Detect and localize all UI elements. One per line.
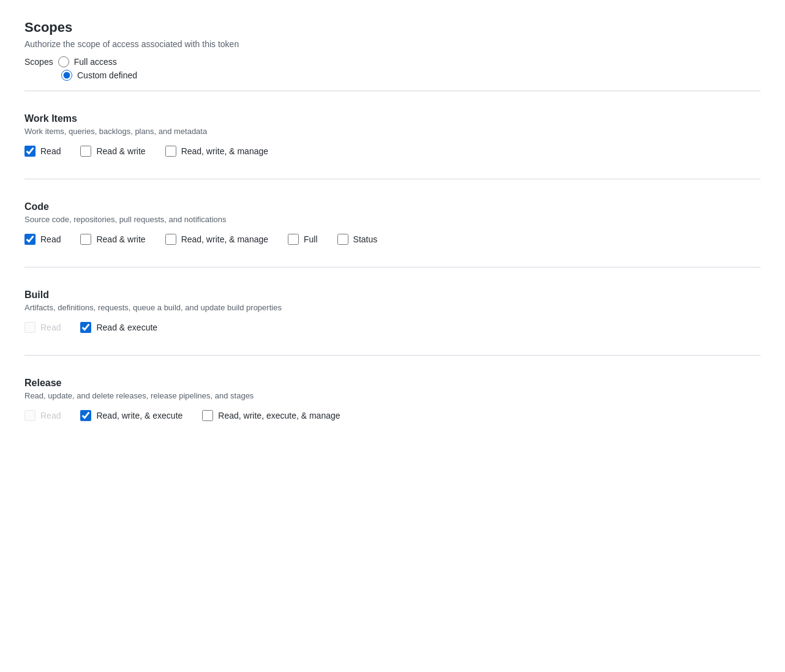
checkbox-option-code-read-write-manage[interactable]: Read, write, & manage xyxy=(165,234,268,245)
checkbox-code-status[interactable] xyxy=(337,234,348,245)
section-release: ReleaseRead, update, and delete releases… xyxy=(24,365,761,433)
checkbox-wi-read-write-manage[interactable] xyxy=(165,146,176,157)
checkbox-option-release-read-write-execute[interactable]: Read, write, & execute xyxy=(80,410,182,421)
divider-work-items xyxy=(24,179,761,179)
page-title: Scopes xyxy=(24,20,761,35)
checkbox-build-read xyxy=(24,322,36,333)
checkboxes-row-code: ReadRead & writeRead, write, & manageFul… xyxy=(24,234,761,245)
scopes-label: Scopes xyxy=(24,57,53,67)
full-access-option[interactable]: Full access xyxy=(58,56,117,67)
checkbox-label-release-read: Read xyxy=(40,411,61,420)
checkbox-option-code-read[interactable]: Read xyxy=(24,234,61,245)
checkbox-release-read-write-execute[interactable] xyxy=(80,410,91,421)
page-subtitle: Authorize the scope of access associated… xyxy=(24,39,761,49)
checkbox-code-read-write[interactable] xyxy=(80,234,91,245)
checkbox-label-release-read-write-execute: Read, write, & execute xyxy=(96,411,182,420)
section-title-code: Code xyxy=(24,201,761,212)
checkbox-label-code-full: Full xyxy=(304,234,318,244)
checkboxes-row-work-items: ReadRead & writeRead, write, & manage xyxy=(24,146,761,157)
checkbox-option-wi-read[interactable]: Read xyxy=(24,146,61,157)
checkbox-option-code-full[interactable]: Full xyxy=(288,234,318,245)
section-code: CodeSource code, repositories, pull requ… xyxy=(24,189,761,257)
divider-build xyxy=(24,355,761,356)
checkbox-wi-read[interactable] xyxy=(24,146,36,157)
divider-top xyxy=(24,91,761,91)
checkbox-label-code-read-write-manage: Read, write, & manage xyxy=(181,234,268,244)
checkboxes-row-release: ReadRead, write, & executeRead, write, e… xyxy=(24,410,761,421)
section-work-items: Work ItemsWork items, queries, backlogs,… xyxy=(24,101,761,169)
checkbox-label-build-read: Read xyxy=(40,323,61,332)
custom-defined-label: Custom defined xyxy=(77,70,137,80)
checkbox-option-release-read-write-execute-manage[interactable]: Read, write, execute, & manage xyxy=(202,410,340,421)
section-desc-build: Artifacts, definitions, requests, queue … xyxy=(24,303,761,312)
checkbox-code-full[interactable] xyxy=(288,234,299,245)
checkbox-release-read xyxy=(24,410,36,421)
checkbox-label-code-status: Status xyxy=(353,234,378,244)
checkbox-option-wi-read-write[interactable]: Read & write xyxy=(80,146,145,157)
checkbox-option-code-status[interactable]: Status xyxy=(337,234,378,245)
divider-code xyxy=(24,267,761,267)
checkbox-option-build-read: Read xyxy=(24,322,61,333)
checkbox-option-build-read-execute[interactable]: Read & execute xyxy=(80,322,157,333)
checkbox-label-build-read-execute: Read & execute xyxy=(96,323,157,332)
checkbox-code-read[interactable] xyxy=(24,234,36,245)
checkbox-release-read-write-execute-manage[interactable] xyxy=(202,410,213,421)
checkbox-wi-read-write[interactable] xyxy=(80,146,91,157)
sections-container: Work ItemsWork items, queries, backlogs,… xyxy=(24,101,761,433)
checkbox-label-release-read-write-execute-manage: Read, write, execute, & manage xyxy=(218,411,340,420)
full-access-radio[interactable] xyxy=(58,56,69,67)
checkbox-label-code-read-write: Read & write xyxy=(96,234,145,244)
checkbox-option-code-read-write[interactable]: Read & write xyxy=(80,234,145,245)
custom-defined-option[interactable]: Custom defined xyxy=(61,70,761,81)
checkbox-label-wi-read: Read xyxy=(40,146,61,156)
section-desc-code: Source code, repositories, pull requests… xyxy=(24,215,761,224)
checkbox-option-release-read: Read xyxy=(24,410,61,421)
section-title-release: Release xyxy=(24,378,761,389)
checkbox-option-wi-read-write-manage[interactable]: Read, write, & manage xyxy=(165,146,268,157)
full-access-label: Full access xyxy=(74,57,117,67)
section-title-work-items: Work Items xyxy=(24,113,761,124)
checkbox-build-read-execute[interactable] xyxy=(80,322,91,333)
custom-defined-radio[interactable] xyxy=(61,70,72,81)
section-desc-work-items: Work items, queries, backlogs, plans, an… xyxy=(24,127,761,136)
checkbox-code-read-write-manage[interactable] xyxy=(165,234,176,245)
section-title-build: Build xyxy=(24,289,761,301)
checkbox-label-wi-read-write: Read & write xyxy=(96,146,145,156)
section-desc-release: Read, update, and delete releases, relea… xyxy=(24,391,761,400)
section-build: BuildArtifacts, definitions, requests, q… xyxy=(24,277,761,345)
checkboxes-row-build: ReadRead & execute xyxy=(24,322,761,333)
checkbox-label-wi-read-write-manage: Read, write, & manage xyxy=(181,146,268,156)
checkbox-label-code-read: Read xyxy=(40,234,61,244)
